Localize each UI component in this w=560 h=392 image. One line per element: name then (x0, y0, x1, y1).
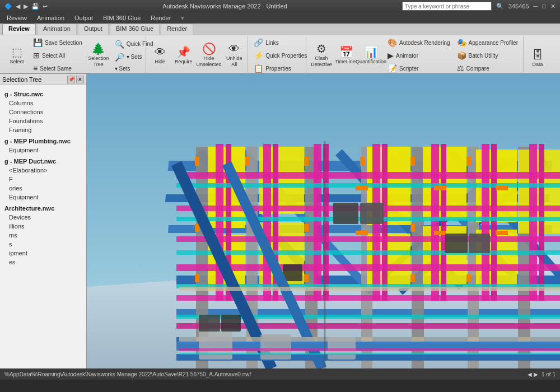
ribbon: Review Animation Output BIM 360 Glue Ren… (0, 24, 560, 74)
quick-access-back[interactable]: ◀ (16, 3, 20, 10)
quick-access-save[interactable]: 💾 (31, 3, 39, 10)
selection-tree-icon: 🌲 (91, 43, 105, 54)
panel-header-btns: 📌 ✕ (67, 76, 84, 83)
viewport[interactable] (87, 74, 560, 368)
tree-item-struc[interactable]: g - Struc.nwc (2, 90, 84, 99)
timeliner-label: TimeLiner (335, 59, 357, 65)
tree-item-ms[interactable]: ms (2, 231, 84, 240)
autodesk-rendering-label: Autodesk Rendering (399, 40, 450, 46)
menu-animation[interactable]: Animation (32, 13, 69, 22)
svg-rect-66 (410, 224, 415, 232)
scripter-btn[interactable]: 📝 Scripter (385, 62, 453, 74)
unhide-all-label: UnhideAll (226, 55, 242, 68)
svg-rect-55 (176, 250, 560, 255)
quick-access-forward[interactable]: ▶ (24, 3, 28, 10)
data-button[interactable]: 🗄 Data (526, 44, 549, 73)
tree-item-mep-duct[interactable]: g - MEP Duct.nwc (2, 157, 84, 166)
tree-item-duct-equip[interactable]: Equipment (2, 193, 84, 202)
tree-item-architecture[interactable]: Architecture.nwc (2, 204, 84, 213)
quick-properties-btn[interactable]: ⚡ Quick Properties (251, 49, 310, 62)
tab-animation[interactable]: Animation (37, 24, 77, 35)
tree-item-columns[interactable]: Columns (2, 99, 84, 108)
tree-item-framing[interactable]: Framing (2, 125, 84, 134)
tree-item-mep-plumbing[interactable]: g - MEP Plumbing.nwc (2, 137, 84, 146)
selection-tree-label: SelectionTree (88, 55, 109, 68)
batch-utility-btn[interactable]: 📦 Batch Utility (454, 49, 521, 62)
svg-rect-42 (441, 144, 446, 301)
select-all-btn[interactable]: ⊞ Select All (30, 49, 85, 62)
tree-item-connections[interactable]: Connections (2, 108, 84, 116)
tree-item-foundations[interactable]: Foundations (2, 116, 84, 125)
clash-detective-icon: ⚙ (316, 43, 326, 54)
tree-item-plumb-equip[interactable]: Equipment (2, 146, 84, 155)
svg-rect-75 (434, 231, 446, 235)
title-bar: 🔷 ◀ ▶ 💾 ↩ Autodesk Navisworks Manage 202… (0, 0, 560, 12)
hide-unselected-label: HideUnselected (197, 55, 222, 68)
animator-btn[interactable]: ▶ Animator (385, 49, 453, 62)
data-label: Data (532, 62, 543, 68)
require-label: Require (175, 59, 193, 65)
links-btn[interactable]: 🔗 Links (251, 36, 310, 49)
search-input[interactable] (402, 2, 492, 11)
display-small-btns: 🔗 Links ⚡ Quick Properties 📋 Properties (251, 36, 310, 74)
ribbon-tabs: Review Animation Output BIM 360 Glue Ren… (0, 24, 560, 35)
tree-item-ipment[interactable]: ipment (2, 249, 84, 258)
left-panel-title: Selection Tree (2, 76, 41, 83)
tree-item-illions[interactable]: illions (2, 222, 84, 231)
close-button[interactable]: ✕ (550, 3, 556, 10)
require-button[interactable]: 📌 Require (172, 41, 195, 70)
quantification-icon: 📊 (364, 46, 378, 58)
tab-bim360[interactable]: BIM 360 Glue (110, 24, 160, 35)
appearance-profiler-btn[interactable]: 🎭 Appearance Profiler (454, 36, 521, 49)
menu-output[interactable]: Output (70, 13, 97, 22)
expand-btn[interactable]: ▾ (181, 15, 184, 22)
quick-find-icon: 🔎 (115, 53, 124, 62)
svg-rect-61 (360, 157, 365, 166)
maximize-button[interactable]: □ (542, 3, 546, 10)
svg-rect-64 (195, 224, 199, 232)
tree-item-es[interactable]: es (2, 258, 84, 267)
sets-label: ▾ Sets (115, 66, 130, 72)
status-bar: %AppData%\Roaming\Autodesk\Navisworks Ma… (0, 368, 560, 380)
autodesk-rendering-btn[interactable]: 🎨 Autodesk Rendering (385, 36, 453, 49)
menu-render[interactable]: Render (146, 13, 175, 22)
minimize-button[interactable]: ─ (534, 3, 538, 10)
left-panel-header: Selection Tree 📌 ✕ (0, 74, 86, 85)
svg-rect-69 (410, 274, 415, 282)
find-items-icon: 🔍 (115, 40, 124, 49)
tab-output[interactable]: Output (78, 24, 109, 35)
select-same-btn[interactable]: ≡ Select Same (30, 62, 85, 74)
quantification-button[interactable]: 📊 Quantification (358, 41, 384, 70)
unhide-all-button[interactable]: 👁 UnhideAll (223, 41, 245, 70)
quick-access-undo[interactable]: ↩ (43, 3, 48, 10)
tab-review[interactable]: Review (2, 24, 36, 35)
select-button[interactable]: ⬚ Select (4, 41, 29, 70)
save-selection-btn[interactable]: 💾 Save Selection (30, 36, 85, 49)
compare-btn[interactable]: ⚖ Compare (454, 62, 521, 74)
scripter-label: Scripter (399, 66, 418, 72)
panel-close-btn[interactable]: ✕ (76, 76, 84, 83)
tree-item-elaboration[interactable]: <Elaboration> (2, 166, 84, 175)
hide-button[interactable]: 👁 Hide (149, 41, 171, 70)
require-icon: 📌 (176, 46, 190, 58)
batch-utility-icon: 📦 (457, 51, 466, 60)
svg-rect-44 (491, 144, 497, 301)
tree-item-ories[interactable]: ories (2, 184, 84, 193)
selection-tree-button[interactable]: 🌲 SelectionTree (86, 41, 111, 70)
tree-item-f[interactable]: F (2, 175, 84, 184)
menu-bim360[interactable]: BIM 360 Glue (99, 13, 145, 22)
tree-item-s[interactable]: s (2, 240, 84, 249)
clash-detective-button[interactable]: ⚙ ClashDetective (309, 41, 334, 70)
svg-rect-74 (356, 231, 368, 235)
panel-pin-btn[interactable]: 📌 (67, 76, 75, 83)
menu-review[interactable]: Review (2, 13, 31, 22)
properties-btn[interactable]: 📋 Properties (251, 62, 310, 74)
timeliner-button[interactable]: 📅 TimeLiner (335, 41, 357, 70)
svg-rect-73 (496, 186, 508, 190)
title-bar-right: 🔍 345465 ─ □ ✕ (402, 2, 556, 11)
hide-unselected-button[interactable]: 🚫 HideUnselected (196, 41, 222, 70)
group-items-visibility: 👁 Hide 📌 Require 🚫 HideUnselected 👁 Unhi… (149, 36, 245, 74)
tree-item-devices[interactable]: Devices (2, 213, 84, 222)
tab-render[interactable]: Render (161, 24, 193, 35)
svg-rect-90 (199, 332, 232, 360)
